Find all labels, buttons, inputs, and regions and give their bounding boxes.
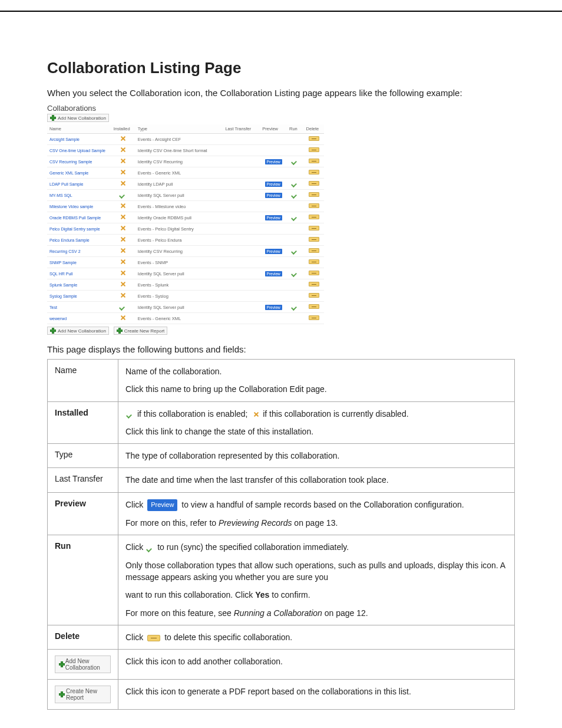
label-run: Run xyxy=(48,535,118,625)
run-icon[interactable] xyxy=(292,192,299,197)
collab-name-link[interactable]: Milestone Video sample xyxy=(47,201,111,212)
delete-button[interactable] xyxy=(309,192,319,197)
preview-button[interactable]: Preview xyxy=(265,249,282,254)
delete-button[interactable] xyxy=(309,215,319,219)
add-new-collaboration-button-bottom[interactable]: Add New Collaboration xyxy=(47,327,109,335)
collab-name-link[interactable]: wewerwd xyxy=(47,313,111,324)
collab-type: Identity SQL Server pull xyxy=(135,190,223,201)
preview-button-inline[interactable]: Preview xyxy=(147,499,177,511)
x-icon[interactable] xyxy=(120,248,126,253)
x-icon[interactable] xyxy=(120,259,126,265)
collab-name-link[interactable]: Pelco Digital Sentry sample xyxy=(47,223,111,235)
table-row: SQL HR PullIdentity SQL Server pullPrevi… xyxy=(47,268,324,279)
run-icon[interactable] xyxy=(292,248,299,253)
add-new-collaboration-button-top[interactable]: Add New Collaboration xyxy=(47,114,109,122)
collab-type: Events - Pelco Digital Sentry xyxy=(135,223,223,235)
collab-name-link[interactable]: Splunk Sample xyxy=(47,279,111,291)
delete-button[interactable] xyxy=(309,259,319,264)
collab-name-link[interactable]: CSV One-time Upload Sample xyxy=(47,145,111,156)
preview-button[interactable]: Preview xyxy=(265,271,282,276)
row-name: Name Name of the collaboration. Click th… xyxy=(48,360,515,402)
delete-button[interactable] xyxy=(309,226,319,230)
collab-name-link[interactable]: Syslog Sample xyxy=(47,291,111,302)
collaborations-screenshot: Collaborations Add New Collaboration Nam… xyxy=(47,104,515,337)
x-icon[interactable] xyxy=(120,292,126,298)
label-preview: Preview xyxy=(48,492,118,535)
collab-name-link[interactable]: LDAP Pull Sample xyxy=(47,179,111,190)
table-row: LDAP Pull SampleIdentity LDAP pullPrevie… xyxy=(47,179,324,190)
delete-button[interactable] xyxy=(309,147,319,152)
delete-button[interactable] xyxy=(309,159,319,163)
run-icon[interactable] xyxy=(292,214,299,220)
create-new-report-button-cell[interactable]: Create New Report xyxy=(55,686,111,703)
delete-button[interactable] xyxy=(309,271,319,275)
add-new-collaboration-button-cell[interactable]: Add New Collaboration xyxy=(55,655,111,673)
preview-button[interactable]: Preview xyxy=(265,305,282,310)
delete-button[interactable] xyxy=(309,170,319,174)
run-icon[interactable] xyxy=(292,270,299,276)
x-icon[interactable] xyxy=(120,158,126,164)
delete-button[interactable] xyxy=(309,304,319,309)
preview-button[interactable]: Preview xyxy=(265,182,282,187)
x-icon[interactable] xyxy=(120,180,126,186)
collab-name-link[interactable]: Recurring CSV 2 xyxy=(47,246,111,257)
delete-button-inline[interactable] xyxy=(147,635,160,641)
delete-button[interactable] xyxy=(309,315,319,320)
row-installed: Installed if this collaboration is enabl… xyxy=(48,401,515,444)
x-icon[interactable] xyxy=(120,169,126,175)
collab-name-link[interactable]: MY-MS SQL xyxy=(47,190,111,201)
x-icon[interactable] xyxy=(120,136,126,141)
run-icon[interactable] xyxy=(292,180,299,186)
plus-icon xyxy=(50,115,56,121)
table-row: Generic XML SampleEvents - Generic XML xyxy=(47,167,324,179)
run-icon[interactable] xyxy=(292,158,299,164)
delete-button[interactable] xyxy=(309,293,319,298)
delete-button[interactable] xyxy=(309,237,319,242)
x-icon[interactable] xyxy=(120,225,126,231)
x-icon[interactable] xyxy=(120,281,126,287)
collab-name-link[interactable]: SQL HR Pull xyxy=(47,268,111,279)
collab-name-link[interactable]: Oracle RDBMS Pull Sample xyxy=(47,212,111,223)
row-delete: Delete Click to delete this specific col… xyxy=(48,625,515,649)
check-icon[interactable] xyxy=(120,192,127,197)
preview-button[interactable]: Preview xyxy=(265,193,282,198)
collab-name-link[interactable]: Generic XML Sample xyxy=(47,167,111,179)
col-preview: Preview xyxy=(260,124,287,134)
x-icon[interactable] xyxy=(120,270,126,276)
collab-name-link[interactable]: Arcsight Sample xyxy=(47,134,111,145)
table-row: Recurring CSV 2Identity CSV RecurringPre… xyxy=(47,246,324,257)
delete-button[interactable] xyxy=(309,282,319,286)
row-run: Run Click to run (sync) the specified co… xyxy=(48,535,515,625)
x-icon[interactable] xyxy=(120,203,126,209)
check-icon xyxy=(147,545,154,551)
x-icon[interactable] xyxy=(120,214,126,220)
x-icon[interactable] xyxy=(120,315,126,321)
delete-button[interactable] xyxy=(309,181,319,186)
delete-button[interactable] xyxy=(309,248,319,253)
collab-name-link[interactable]: SNMP Sample xyxy=(47,257,111,268)
x-icon[interactable] xyxy=(120,147,126,153)
preview-button[interactable]: Preview xyxy=(265,159,282,164)
delete-button[interactable] xyxy=(309,203,319,208)
collab-type: Identity CSV One-time Short format xyxy=(135,145,223,156)
collab-type: Events - Generic XML xyxy=(135,313,223,324)
run-icon[interactable] xyxy=(292,304,299,309)
table-row: Splunk SampleEvents - Splunk xyxy=(47,279,324,291)
collab-name-link[interactable]: Test xyxy=(47,302,111,313)
row-preview: Preview Click Preview to view a handful … xyxy=(48,492,515,535)
x-icon[interactable] xyxy=(120,236,126,242)
table-row: TestIdentity SQL Server pullPreview xyxy=(47,302,324,313)
create-new-report-button[interactable]: Create New Report xyxy=(114,327,167,335)
screenshot-title: Collaborations xyxy=(47,104,515,113)
preview-button[interactable]: Preview xyxy=(265,215,282,220)
table-row: Pelco Digital Sentry sampleEvents - Pelc… xyxy=(47,223,324,235)
collab-name-link[interactable]: CSV Recurring Sample xyxy=(47,156,111,167)
collab-name-link[interactable]: Pelco Endura Sample xyxy=(47,235,111,246)
plus-icon xyxy=(59,661,63,667)
table-row: SNMP SampleEvents - SNMP xyxy=(47,257,324,268)
delete-button[interactable] xyxy=(309,136,319,141)
check-icon[interactable] xyxy=(120,304,127,309)
table-row: Oracle RDBMS Pull SampleIdentity Oracle … xyxy=(47,212,324,223)
check-icon xyxy=(127,411,134,417)
collab-type: Identity SQL Server pull xyxy=(135,302,223,313)
